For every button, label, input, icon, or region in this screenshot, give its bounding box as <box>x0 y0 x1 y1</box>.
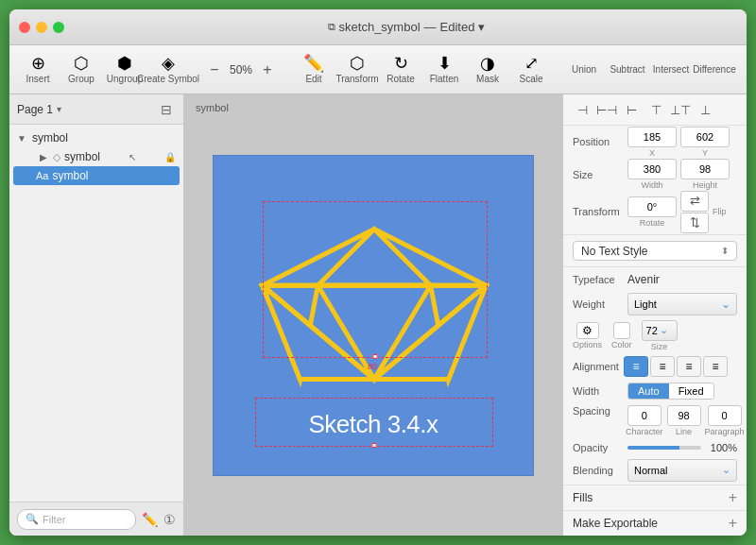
flatten-label: Flatten <box>430 74 459 84</box>
edit-button[interactable]: ✏️ Edit <box>293 51 335 88</box>
layer-style-button[interactable]: ✏️ <box>142 512 158 527</box>
mask-icon: ◑ <box>480 55 495 72</box>
text-align-left-button[interactable]: ≡ <box>624 356 648 377</box>
difference-label: Difference <box>693 64 735 75</box>
mask-button[interactable]: ◑ Mask <box>467 51 508 88</box>
rotate-button[interactable]: ↻ Rotate <box>380 51 421 88</box>
text-handle[interactable] <box>372 443 377 448</box>
symbol-diamond-icon: ◇ <box>53 151 60 163</box>
font-size-selector[interactable]: 72 ⌄ <box>642 320 678 341</box>
text-style-selector[interactable]: No Text Style ⬍ <box>573 241 737 261</box>
text-alignment-row: Alignment ≡ ≡ ≡ ≡ <box>563 353 747 380</box>
layer-item-text[interactable]: Aa symbol <box>13 166 180 185</box>
align-right-edge-button[interactable]: ⊢ <box>620 98 643 121</box>
align-center-h-button[interactable]: ⊢⊣ <box>595 98 618 121</box>
page-chevron: ▾ <box>57 104 61 114</box>
intersect-button[interactable]: Intersect <box>650 60 692 78</box>
group-button[interactable]: ⬡ Group <box>60 51 102 88</box>
add-fill-button[interactable]: + <box>729 489 737 506</box>
artboard[interactable]: 80 Sketch 3.4.x <box>213 155 534 476</box>
x-label: X <box>649 148 655 158</box>
options-label: Options <box>573 340 602 349</box>
zoom-in-button[interactable]: + <box>257 60 278 80</box>
layer-item-symbol[interactable]: ▶ ◇ symbol ↖ 🔒 <box>9 147 183 166</box>
alignment-toolbar: ⊣ ⊢⊣ ⊢ ⊤ ⊥⊤ ⊥ <box>563 94 747 126</box>
maximize-button[interactable] <box>53 22 64 33</box>
align-bottom-edge-button[interactable]: ⊥ <box>694 98 716 121</box>
align-center-v-button[interactable]: ⊥⊤ <box>669 98 692 121</box>
flip-v-button[interactable]: ⇅ <box>680 213 709 233</box>
exportable-section[interactable]: Make Exportable + <box>563 510 747 536</box>
create-symbol-button[interactable]: ◈ Create Symbol <box>147 51 189 88</box>
scale-label: Scale <box>519 74 542 84</box>
text-align-right-button[interactable]: ≡ <box>677 356 701 377</box>
flip-h-button[interactable]: ⇄ <box>680 191 709 212</box>
text-align-justify-button[interactable]: ≡ <box>703 356 728 377</box>
line-label: Line <box>676 427 692 436</box>
more-button[interactable]: >> <box>737 60 747 78</box>
add-export-button[interactable]: + <box>729 515 737 532</box>
subtract-button[interactable]: Subtract <box>607 60 648 78</box>
close-button[interactable] <box>19 22 30 33</box>
opacity-value: 100% <box>707 442 737 453</box>
rotate-sublabel: Rotate <box>640 218 665 228</box>
text-align-center-button[interactable]: ≡ <box>650 356 675 377</box>
sketch-text: Sketch 3.4.x <box>308 410 438 438</box>
paragraph-spacing-input[interactable]: 0 <box>708 405 742 426</box>
options-gear-icon: ⚙ <box>576 322 599 339</box>
edit-icon: ✏️ <box>303 55 324 72</box>
auto-width-button[interactable]: Auto <box>628 383 669 399</box>
opacity-slider[interactable] <box>627 446 701 450</box>
layer-group-symbol[interactable]: ▼ symbol <box>9 128 183 147</box>
minimize-button[interactable] <box>36 22 47 33</box>
lock-icon: 🔒 <box>164 152 176 162</box>
layer-options-button[interactable]: ① <box>163 512 176 527</box>
position-x-input[interactable]: 185 <box>627 127 677 147</box>
width-input[interactable]: 380 <box>627 159 677 179</box>
insert-button[interactable]: ⊕ Insert <box>17 51 59 88</box>
fixed-width-button[interactable]: Fixed <box>669 383 713 399</box>
weight-label: Weight <box>573 298 622 310</box>
text-layer-name: symbol <box>52 169 88 182</box>
scale-button[interactable]: ⤢ Scale <box>510 51 552 88</box>
mask-label: Mask <box>476 74 499 84</box>
search-icon: 🔍 <box>26 513 39 525</box>
transform-row: Transform 0° Rotate ⇄ ⇅ Flip <box>563 191 747 232</box>
fills-section[interactable]: Fills + <box>563 485 747 510</box>
blending-selector[interactable]: Normal ⌄ <box>627 459 737 482</box>
layers-list: ▼ symbol ▶ ◇ symbol ↖ 🔒 Aa symbol <box>9 125 183 502</box>
character-spacing-input[interactable]: 0 <box>627 405 662 426</box>
height-input[interactable]: 98 <box>680 159 730 179</box>
rotate-input[interactable]: 0° <box>627 196 677 217</box>
color-swatch[interactable] <box>613 322 630 339</box>
traffic-lights <box>19 22 64 33</box>
position-y-input[interactable]: 602 <box>680 127 730 147</box>
file-icon: ⧉ <box>328 21 335 33</box>
font-options-button[interactable]: ⚙ Options <box>573 322 602 349</box>
transform-icon: ⬡ <box>350 55 365 72</box>
page-label: Page 1 <box>17 103 53 116</box>
difference-button[interactable]: Difference <box>694 60 735 78</box>
weight-selector[interactable]: Light ⌄ <box>627 293 737 315</box>
union-button[interactable]: Union <box>563 60 605 78</box>
flatten-button[interactable]: ⬇ Flatten <box>423 51 465 88</box>
sidebar-toggle-button[interactable]: ⊟ <box>157 100 176 119</box>
blending-value: Normal <box>634 465 667 476</box>
typeface-value[interactable]: Avenir <box>627 273 660 286</box>
alignment-label: Alignment <box>573 361 622 372</box>
font-options-row: ⚙ Options Color 72 ⌄ Size <box>563 318 747 353</box>
position-row: Position 185 X 602 Y <box>563 126 747 159</box>
canvas-area[interactable]: symbol <box>184 94 562 536</box>
style-selector-arrow-icon: ⬍ <box>721 246 729 256</box>
search-box[interactable]: 🔍 Filter <box>17 509 136 530</box>
symbol-arrow-icon: ▶ <box>40 152 47 162</box>
rotate-icon: ↻ <box>394 55 408 72</box>
title-chevron[interactable]: ▾ <box>478 20 485 34</box>
zoom-out-button[interactable]: − <box>204 60 225 80</box>
align-left-edge-button[interactable]: ⊣ <box>571 98 593 121</box>
align-top-edge-button[interactable]: ⊤ <box>644 98 667 121</box>
rotate-label: Rotate <box>387 74 414 84</box>
line-spacing-input[interactable]: 98 <box>667 405 701 426</box>
edit-status: Edited <box>440 20 475 34</box>
transform-button[interactable]: ⬡ Transform <box>336 51 378 88</box>
